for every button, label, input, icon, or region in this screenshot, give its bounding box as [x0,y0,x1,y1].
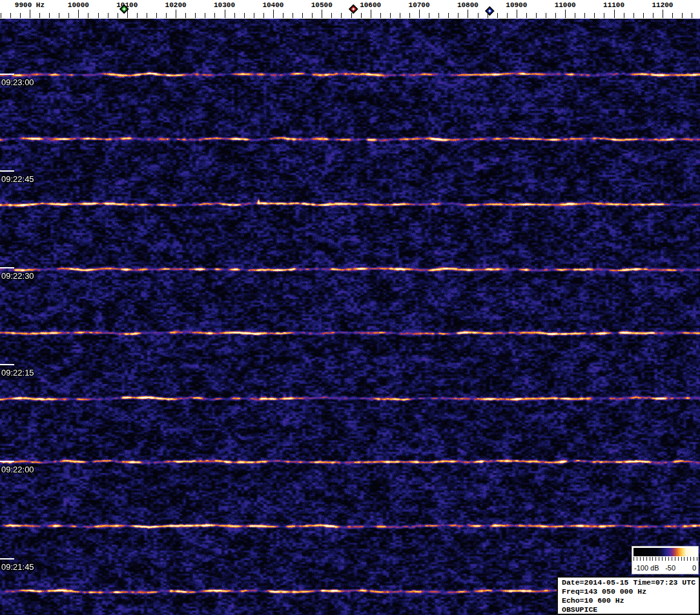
freq-tick-label: 10700 [409,1,430,9]
freq-tick-label: 11100 [603,1,624,9]
freq-tick-label: 10900 [506,1,527,9]
freq-tick-label: 10600 [360,1,381,9]
time-tick [0,364,14,365]
time-tick [0,267,14,268]
time-tick [0,558,14,560]
info-date-time: Date=2014-05-15 Time=07:23 UTC [562,578,699,587]
time-label: 09:21:45 [1,563,34,572]
freq-tick-label: 9900 Hz [15,1,45,9]
time-label: 09:22:00 [1,465,34,474]
time-tick [0,461,14,462]
colorbar-label-max: 0 [692,564,696,572]
freq-tick-label: 11000 [555,1,576,9]
freq-tick-label: 11200 [652,1,673,9]
colorbar-ticks [633,557,698,563]
time-label: 09:22:30 [1,272,34,281]
time-label: 09:23:00 [1,78,34,87]
freq-tick-label: 10300 [214,1,235,9]
info-station: OBSUPICE [562,605,699,614]
colorbar-label-min: -100 dB [634,564,659,572]
freq-tick-label: 10400 [262,1,283,9]
colorbar: -100 dB -50 0 [632,546,699,574]
freq-tick-label: 10200 [165,1,187,9]
time-label: 09:22:45 [1,175,34,184]
freq-tick-label: 10800 [457,1,479,9]
time-tick [0,170,14,172]
time-tick [0,74,14,75]
info-box: Date=2014-05-15 Time=07:23 UTC Freq=143 … [557,576,700,615]
freq-tick-label: 10000 [68,1,89,9]
colorbar-label-mid: -50 [665,564,675,572]
waterfall-display: 9900 Hz100001010010200103001040010500106… [0,0,700,615]
time-label: 09:22:15 [1,368,34,378]
frequency-ruler[interactable]: 9900 Hz100001010010200103001040010500106… [0,0,700,19]
freq-tick-label: 10500 [311,1,333,9]
spectrogram-canvas[interactable] [0,19,700,615]
info-frequency: Freq=143 050 000 Hz [562,587,699,596]
colorbar-gradient [633,548,698,556]
info-echo: Echo=10 600 Hz [562,596,699,605]
